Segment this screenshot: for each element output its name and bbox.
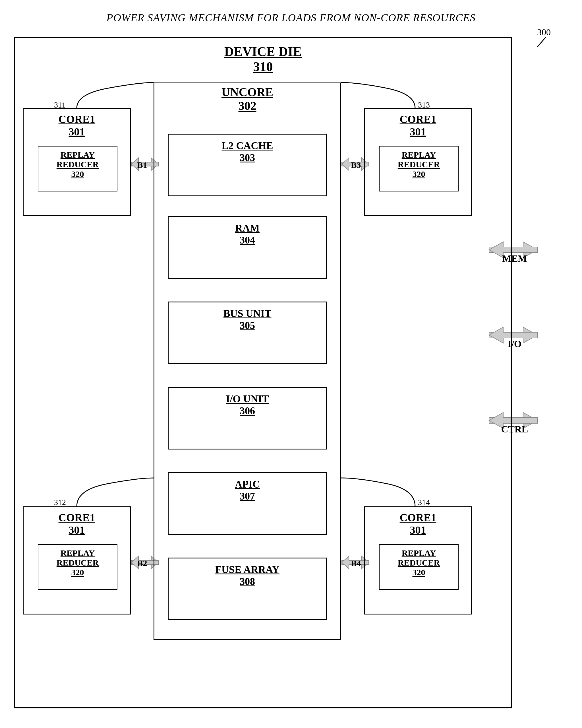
fuse-array-num: 308: [169, 575, 326, 588]
core-tl-num: 301: [24, 126, 130, 138]
replay-tl-num: 320: [38, 169, 117, 179]
replay-tl-box: REPLAYREDUCER 320: [38, 146, 117, 191]
replay-bl-box: REPLAYREDUCER 320: [38, 544, 117, 590]
replay-tl-title: REPLAYREDUCER: [38, 150, 117, 169]
bus-unit-title: BUS UNIT: [169, 308, 326, 319]
replay-bl-title: REPLAYREDUCER: [38, 548, 117, 568]
core-tr-title: CORE1: [365, 113, 471, 126]
replay-bl-num: 320: [38, 568, 117, 577]
l2-cache-num: 303: [169, 152, 326, 163]
core-tr-box: CORE1 301 REPLAYREDUCER 320: [364, 108, 472, 216]
ram-title: RAM: [169, 222, 326, 234]
replay-tr-title: REPLAYREDUCER: [380, 150, 458, 169]
ref-300: 300: [537, 27, 551, 37]
uncore-label: UNCORE 302: [154, 85, 341, 113]
core-bl-box: CORE1 301 REPLAYREDUCER 320: [23, 506, 131, 615]
apic-title: APIC: [169, 478, 326, 490]
core-tl-box: CORE1 301 REPLAYREDUCER 320: [23, 108, 131, 216]
page-title: POWER SAVING MECHANISM FOR LOADS FROM NO…: [0, 0, 582, 24]
l2-cache-box: L2 CACHE 303: [168, 134, 327, 196]
core-br-num: 301: [365, 524, 471, 536]
core-br-box: CORE1 301 REPLAYREDUCER 320: [364, 506, 472, 615]
bus-unit-num: 305: [169, 319, 326, 332]
l2-cache-title: L2 CACHE: [169, 140, 326, 152]
replay-tr-box: REPLAYREDUCER 320: [379, 146, 459, 191]
core-bl-num: 301: [24, 524, 130, 536]
apic-num: 307: [169, 490, 326, 502]
core-bl-title: CORE1: [24, 511, 130, 524]
replay-br-num: 320: [380, 568, 458, 577]
device-die-label: DEVICE DIE 310: [14, 44, 512, 74]
bus-unit-box: BUS UNIT 305: [168, 302, 327, 364]
io-unit-title: I/O UNIT: [169, 393, 326, 405]
fuse-array-title: FUSE ARRAY: [169, 564, 326, 575]
core-br-title: CORE1: [365, 511, 471, 524]
device-die-title: DEVICE DIE: [224, 44, 302, 59]
replay-br-title: REPLAYREDUCER: [380, 548, 458, 568]
uncore-num: 302: [154, 99, 341, 113]
ram-num: 304: [169, 234, 326, 246]
core-tl-title: CORE1: [24, 113, 130, 126]
io-unit-num: 306: [169, 405, 326, 417]
replay-tr-num: 320: [380, 169, 458, 179]
ram-box: RAM 304: [168, 216, 327, 279]
device-die-num: 310: [14, 59, 512, 74]
apic-box: APIC 307: [168, 472, 327, 535]
uncore-title: UNCORE: [221, 86, 273, 99]
io-unit-box: I/O UNIT 306: [168, 387, 327, 449]
core-tr-num: 301: [365, 126, 471, 138]
fuse-array-box: FUSE ARRAY 308: [168, 557, 327, 620]
replay-br-box: REPLAYREDUCER 320: [379, 544, 459, 590]
svg-line-29: [537, 37, 546, 47]
